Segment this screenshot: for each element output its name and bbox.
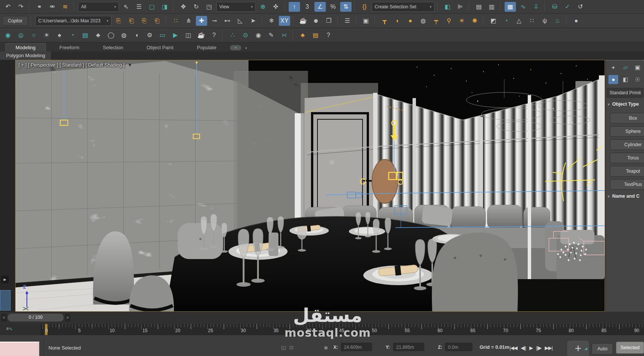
tab-object-paint[interactable]: Object Paint [137, 44, 183, 52]
render-download-icon[interactable]: ⇩ [530, 2, 542, 12]
grass-icon[interactable]: ψ [539, 16, 550, 26]
render-camera-icon[interactable]: ◉ [2, 30, 14, 40]
triangulated-cube-icon[interactable]: ◩ [488, 16, 499, 26]
select-and-manipulate-icon[interactable]: ✜ [270, 2, 281, 12]
bone-helper-icon[interactable]: ⋔ [183, 16, 194, 26]
add-camera-icon[interactable]: ◎ [15, 30, 27, 40]
frame-indicator[interactable]: 0 / 100 [8, 314, 64, 322]
primitive-button-box[interactable]: Box [610, 113, 644, 123]
teapot-render-icon[interactable]: ☕ [195, 30, 207, 40]
shapes-category-icon[interactable]: ◧ [621, 75, 630, 84]
help-2-icon[interactable]: ? [323, 30, 334, 40]
sun-light-icon[interactable]: ☀ [456, 16, 467, 26]
tab-modeling[interactable]: Modeling [5, 43, 46, 52]
select-and-move-icon[interactable]: ✥ [178, 2, 189, 12]
keyboard-shortcut-override-icon[interactable]: ↑ [289, 2, 300, 12]
split-view-icon[interactable]: ◫ [183, 30, 194, 40]
reference-coordinate-system-dropdown[interactable]: View▾ [216, 2, 256, 12]
display-alpha-icon[interactable]: ∴ [227, 30, 238, 40]
tree-page-icon[interactable]: ♣ [92, 30, 104, 40]
ring-icon[interactable]: ◯ [105, 30, 117, 40]
project-path-dropdown[interactable]: C:\Users\wan\...\3ds Max 2023▾ [35, 16, 111, 26]
name-color-rollout[interactable]: ▼Name and C [607, 194, 643, 199]
selection-lock-icon[interactable]: ⊡ [289, 345, 294, 350]
toggle-ribbon-icon[interactable]: ▦ [505, 2, 516, 12]
select-and-link-icon[interactable]: ⚭ [34, 2, 45, 12]
spline-tool-icon[interactable]: ◺ [234, 16, 246, 26]
tab-freeform[interactable]: Freeform [50, 44, 89, 52]
tab-selection[interactable]: Selection [93, 44, 133, 52]
tree-object-icon[interactable]: ♠ [54, 30, 65, 40]
xy-constraint-icon[interactable]: XY [279, 16, 290, 26]
perspective-viewport[interactable]: [ + ][ Perspective ][ Standard ][ Defaul… [15, 60, 605, 312]
disc-light-icon[interactable]: ┯ [430, 16, 442, 26]
isolate-target-icon[interactable]: ⊙ [240, 30, 251, 40]
auto-key-button[interactable]: Auto [592, 343, 613, 354]
copitor-button[interactable]: Copitor [2, 16, 28, 26]
select-by-name-icon[interactable]: ☰ [133, 2, 145, 12]
next-frame-button[interactable]: ||▶ [536, 345, 541, 351]
curve-editor-icon[interactable]: ∿ [517, 2, 529, 12]
freeze-toggle-icon[interactable]: ❄ [266, 16, 277, 26]
monitor-icon[interactable]: ▭ [157, 30, 168, 40]
primitive-button-sphere[interactable]: Sphere [610, 126, 644, 137]
viewport-label[interactable]: [ + ][ Perspective ][ Standard ][ Defaul… [19, 62, 134, 68]
next-frame-arrow[interactable]: > [65, 314, 70, 322]
pixel-grid-icon[interactable]: ∺ [278, 30, 290, 40]
gray-sphere-icon[interactable]: ● [571, 16, 582, 26]
script-import-icon[interactable]: ⎗ [152, 16, 163, 26]
angle-snap-icon[interactable]: ∠ [314, 2, 326, 12]
primitive-button-textplus[interactable]: TextPlus [610, 179, 644, 190]
per-view-filter-icon[interactable]: ▼ [127, 62, 132, 68]
named-selection-set-dropdown[interactable]: Create Selection Set▾ [372, 2, 435, 12]
percent-snap-icon[interactable]: % [327, 2, 339, 12]
grid-helper-icon[interactable]: ∷ [170, 16, 181, 26]
forest-pack-icon[interactable]: ♣ [297, 30, 308, 40]
circular-saw-icon[interactable]: ◔ [67, 30, 78, 40]
maxscript-mini-listener[interactable] [0, 342, 39, 356]
sphere-leaf-icon[interactable]: ◔ [500, 16, 512, 26]
bulb-gear-icon[interactable]: ⚙ [144, 30, 155, 40]
list-view-icon[interactable]: ☰ [342, 16, 353, 26]
autoback-clock-icon[interactable]: ⛁ [549, 2, 560, 12]
mirror-icon[interactable]: ◧ [442, 2, 453, 12]
pyramid-antenna-icon[interactable]: △ [513, 16, 525, 26]
snaps-toggle-3d-icon[interactable]: 3 [302, 2, 313, 12]
geosphere-icon[interactable]: ◍ [417, 16, 429, 26]
spinner-snap-icon[interactable]: ⇅ [340, 2, 352, 12]
camera-icon[interactable]: ▣ [360, 16, 372, 26]
select-and-rotate-icon[interactable]: ↻ [191, 2, 202, 12]
create-tab-icon[interactable]: + [608, 63, 618, 72]
window-crossing-icon[interactable]: ◨ [159, 2, 170, 12]
script-settings-icon[interactable]: ⎘ [113, 16, 124, 26]
sphere-light-icon[interactable]: ● [405, 16, 416, 26]
selection-filter-dropdown[interactable]: All▾ [78, 2, 119, 12]
timeline-ruler[interactable]: 051015202530354045505560657075808590 [42, 324, 644, 335]
use-pivot-point-center-icon[interactable]: ⊕ [257, 2, 269, 12]
fire-effect-icon[interactable]: ♨ [552, 16, 563, 26]
arrow-tool-icon[interactable]: ➤ [247, 16, 259, 26]
select-and-scale-icon[interactable]: ◳ [203, 2, 215, 12]
toggle-scene-explorer-icon[interactable]: ▤ [473, 2, 485, 12]
ribbon-overflow-button[interactable]: ▾ [230, 45, 241, 50]
paint-square-icon[interactable]: ✎ [266, 30, 277, 40]
history-icon[interactable]: ↺ [575, 2, 586, 12]
sun-positioner-icon[interactable]: ☀ [41, 30, 52, 40]
target-light-icon[interactable]: ┳ [379, 16, 390, 26]
hierarchy-tab-icon[interactable]: ▣ [633, 63, 642, 72]
viewport-layout-tab[interactable] [0, 290, 11, 311]
toggle-layer-explorer-icon[interactable]: ▥ [486, 2, 497, 12]
primitive-category-dropdown[interactable]: Standard Primit [607, 88, 643, 98]
populate-flow-icon[interactable]: ▤ [310, 30, 321, 40]
point-helper-icon[interactable]: ✚ [196, 16, 207, 26]
align-icon[interactable]: ⊫ [455, 2, 466, 12]
transform-type-in-icon[interactable]: ⧈ [324, 345, 327, 351]
teapot-test-icon[interactable]: ☕ [297, 16, 309, 26]
unlink-selection-icon[interactable]: ⚮ [47, 2, 58, 12]
flyout-arrow-button[interactable]: ▶ [1, 276, 9, 283]
polygon-modeling-panel-tab[interactable]: Polygon Modeling [0, 52, 52, 60]
y-coordinate-field[interactable]: 21.895m [393, 343, 424, 351]
z-coordinate-field[interactable]: 0.0m [445, 343, 472, 351]
slider-helper-icon[interactable]: ⊷ [222, 16, 233, 26]
dome-light-icon[interactable]: ◗ [392, 16, 403, 26]
